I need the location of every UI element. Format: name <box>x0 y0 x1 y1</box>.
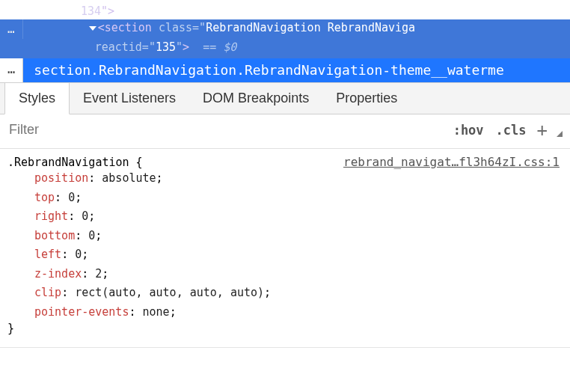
css-value[interactable]: 2 <box>95 267 102 281</box>
css-property[interactable]: position <box>34 171 88 185</box>
colon: : <box>61 248 75 261</box>
tag-name: section <box>105 21 152 34</box>
gutter-ellipsis[interactable]: … <box>0 19 23 39</box>
attr-eq: = <box>142 40 149 54</box>
colon: : <box>129 305 142 319</box>
open-brace: { <box>136 156 143 169</box>
resize-corner-icon[interactable] <box>552 123 563 137</box>
css-property[interactable]: left <box>34 248 61 261</box>
css-property[interactable]: z-index <box>34 267 82 281</box>
angle-close: > <box>183 40 189 54</box>
attr-name: reactid <box>95 40 142 54</box>
css-value[interactable]: 0 <box>68 191 75 204</box>
semicolon: ; <box>156 171 163 185</box>
tab-dom-breakpoints[interactable]: DOM Breakpoints <box>189 83 322 114</box>
semicolon: ; <box>170 305 177 319</box>
cls-toggle[interactable]: .cls <box>490 120 533 141</box>
colon: : <box>61 286 75 299</box>
filter-input[interactable] <box>7 117 447 142</box>
semicolon: ; <box>88 209 95 223</box>
tab-event-listeners[interactable]: Event Listeners <box>70 83 189 114</box>
dom-text: "> <box>101 4 114 18</box>
css-property[interactable]: top <box>34 191 55 204</box>
breadcrumb-ellipsis[interactable]: … <box>0 58 23 82</box>
styles-tabs: Styles Event Listeners DOM Breakpoints P… <box>0 83 570 114</box>
semicolon: ; <box>102 267 108 281</box>
semicolon: ; <box>95 229 102 242</box>
dom-tree-panel: 134"> … <section class="RebrandNavigatio… <box>0 0 570 58</box>
css-declaration[interactable]: bottom: 0; <box>7 227 560 246</box>
css-value[interactable]: 0 <box>75 248 82 261</box>
css-property[interactable]: right <box>34 209 68 223</box>
css-declaration[interactable]: z-index: 2; <box>7 265 560 284</box>
css-declaration[interactable]: clip: rect(auto, auto, auto, auto); <box>7 284 560 303</box>
semicolon: ; <box>75 191 82 204</box>
dom-line-selected-cont[interactable]: … reactid="135"> == $0 <box>0 39 570 58</box>
colon: : <box>82 267 95 281</box>
css-declaration[interactable]: left: 0; <box>7 245 560 265</box>
styles-toolbar: :hov .cls + <box>0 114 570 149</box>
css-value[interactable]: none <box>143 305 170 319</box>
colon: : <box>75 229 88 242</box>
breadcrumb: … section.RebrandNavigation.RebrandNavig… <box>0 58 570 83</box>
selected-element-marker: $0 <box>223 40 236 54</box>
css-value[interactable]: absolute <box>102 171 156 185</box>
new-rule-button[interactable]: + <box>533 122 552 138</box>
css-value[interactable]: 0 <box>88 229 95 242</box>
css-declaration[interactable]: pointer-events: none; <box>7 303 560 322</box>
attr-value: 135 <box>156 40 176 54</box>
eq-eq: == <box>203 40 216 54</box>
declarations-list: position: absolute;top: 0;right: 0;botto… <box>7 169 560 322</box>
breadcrumb-current[interactable]: section.RebrandNavigation.RebrandNavigat… <box>23 58 570 82</box>
css-rule: .RebrandNavigation { rebrand_navigat…fl3… <box>0 149 570 348</box>
rule-source-link[interactable]: rebrand_navigat…fl3h64zI.css:1 <box>343 155 560 169</box>
attr-eq: = <box>192 21 199 34</box>
css-declaration[interactable]: position: absolute; <box>7 169 560 189</box>
tab-styles[interactable]: Styles <box>4 83 70 114</box>
attr-quote: " <box>176 40 183 54</box>
close-brace: } <box>7 322 560 335</box>
css-declaration[interactable]: right: 0; <box>7 207 560 227</box>
dom-text: 134 <box>81 4 101 18</box>
css-value[interactable]: rect(auto, auto, auto, auto) <box>75 286 264 299</box>
angle-open: < <box>98 21 105 34</box>
css-declaration[interactable]: top: 0; <box>7 189 560 208</box>
semicolon: ; <box>82 248 88 261</box>
attr-name: class <box>159 21 192 34</box>
rule-selector[interactable]: .RebrandNavigation <box>7 156 129 169</box>
attr-quote: " <box>149 40 156 54</box>
tab-properties[interactable]: Properties <box>322 83 411 114</box>
dom-line-prev[interactable]: 134"> <box>0 3 570 19</box>
css-property[interactable]: bottom <box>34 229 75 242</box>
dom-line-selected[interactable]: … <section class="RebrandNavigation Rebr… <box>0 19 570 39</box>
expand-triangle-icon[interactable] <box>89 26 96 31</box>
colon: : <box>55 191 68 204</box>
css-value[interactable]: 0 <box>82 209 88 223</box>
css-property[interactable]: clip <box>34 286 61 299</box>
attr-value: RebrandNavigation RebrandNaviga <box>206 21 415 34</box>
semicolon: ; <box>264 286 271 299</box>
colon: : <box>88 171 102 185</box>
hov-toggle[interactable]: :hov <box>447 120 490 141</box>
colon: : <box>68 209 82 223</box>
attr-quote: " <box>199 21 206 34</box>
css-property[interactable]: pointer-events <box>34 305 129 319</box>
